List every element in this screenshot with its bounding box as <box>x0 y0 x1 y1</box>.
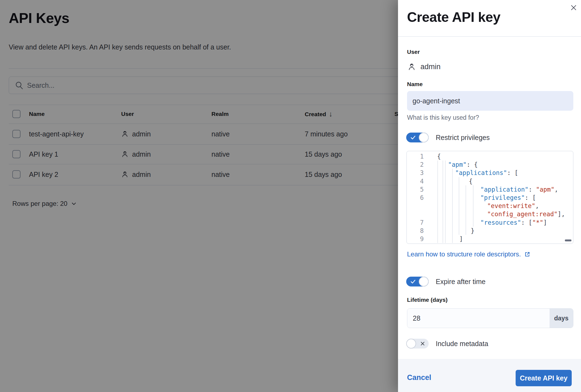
flyout-header-divider <box>398 36 581 37</box>
user-value-row: admin <box>408 63 441 71</box>
lifetime-field: days <box>407 308 573 328</box>
code-line-number: 5 <box>407 186 430 193</box>
toggle-knob <box>419 133 429 142</box>
create-api-key-button[interactable]: Create API key <box>516 370 572 386</box>
code-line: "config_agent:read"], <box>407 210 573 218</box>
code-line: "event:write", <box>407 202 573 210</box>
code-line-number: 2 <box>407 161 430 168</box>
code-line-number: 6 <box>407 194 430 201</box>
role-descriptors-editor[interactable]: 1{2"apm": {3"applications": [4{5"applica… <box>406 151 573 244</box>
x-icon <box>420 341 425 346</box>
editor-scrollbar-thumb[interactable] <box>565 239 571 241</box>
code-line: 2"apm": { <box>407 160 573 169</box>
code-line-number: 1 <box>407 153 430 160</box>
code-line: 3"applications": [ <box>407 169 573 177</box>
code-line: 6"privileges": [ <box>407 194 573 202</box>
close-button[interactable] <box>568 2 579 13</box>
user-value: admin <box>420 63 441 71</box>
code-line-number: 8 <box>407 227 430 234</box>
name-label: Name <box>407 81 423 87</box>
api-key-name-input[interactable] <box>407 91 573 111</box>
toggle-knob <box>419 277 429 286</box>
user-icon <box>408 63 416 71</box>
lifetime-days-input[interactable] <box>407 309 550 328</box>
code-line: 9] <box>407 235 573 243</box>
role-descriptors-editor-rows: 1{2"apm": {3"applications": [4{5"applica… <box>407 152 573 244</box>
restrict-privileges-toggle[interactable] <box>406 133 429 142</box>
code-line: 7"resources": ["*"] <box>407 218 573 227</box>
cancel-button[interactable]: Cancel <box>407 373 431 382</box>
close-icon <box>570 4 577 11</box>
role-descriptors-docs-link-label: Learn how to structure role descriptors. <box>407 250 521 258</box>
expire-after-time-toggle-row[interactable]: Expire after time <box>406 277 486 286</box>
expire-after-time-label: Expire after time <box>436 278 486 286</box>
code-line-number: 7 <box>407 219 430 226</box>
code-line: 4{ <box>407 177 573 185</box>
code-line: 1{ <box>407 152 573 160</box>
code-line: 5"application": "apm", <box>407 185 573 194</box>
code-line-number: 9 <box>407 235 430 242</box>
lifetime-unit-append: days <box>550 309 573 328</box>
toggle-knob <box>406 339 416 349</box>
code-line-number: 3 <box>407 169 430 176</box>
flyout-title: Create API key <box>407 9 500 25</box>
restrict-privileges-toggle-row[interactable]: Restrict privileges <box>406 133 490 142</box>
code-line: 8} <box>407 227 573 235</box>
code-line-number: 4 <box>407 178 430 185</box>
check-icon <box>410 134 416 141</box>
check-icon <box>410 279 416 285</box>
role-descriptors-docs-link[interactable]: Learn how to structure role descriptors. <box>407 250 530 258</box>
include-metadata-label: Include metadata <box>436 340 488 348</box>
include-metadata-toggle[interactable] <box>406 339 429 349</box>
user-label: User <box>407 49 420 55</box>
name-help-text: What is this key used for? <box>407 114 479 121</box>
external-link-icon <box>524 251 530 258</box>
lifetime-label: Lifetime (days) <box>407 297 448 303</box>
expire-after-time-toggle[interactable] <box>406 277 429 286</box>
restrict-privileges-label: Restrict privileges <box>436 134 490 142</box>
include-metadata-toggle-row[interactable]: Include metadata <box>406 339 488 349</box>
create-api-key-flyout: Create API key User admin Name What is t… <box>398 0 581 392</box>
